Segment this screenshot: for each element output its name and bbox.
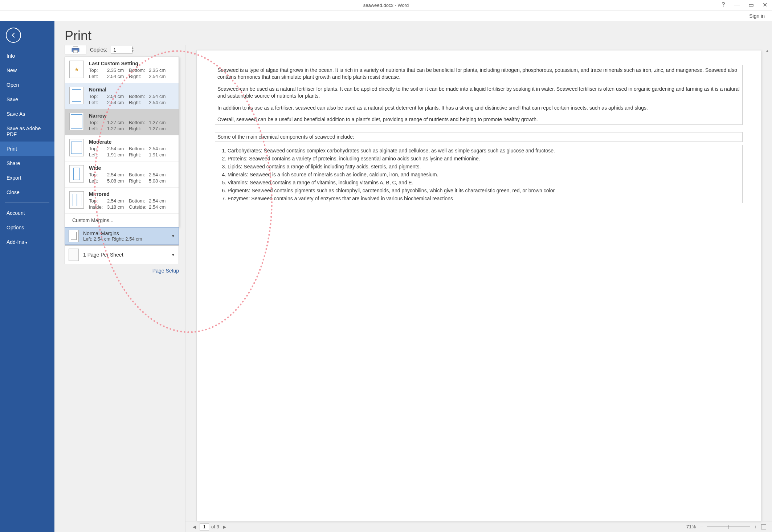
margin-option-narrow[interactable]: NarrowTop:1.27 cmBottom:1.27 cmLeft:1.27… <box>65 109 179 135</box>
sidebar-separator <box>5 202 49 203</box>
fit-to-window-icon[interactable] <box>761 524 766 529</box>
help-icon[interactable]: ? <box>720 1 727 8</box>
preview-paragraph: Overall, seaweed can be a useful and ben… <box>217 116 740 123</box>
sign-in-link[interactable]: Sign in <box>749 13 765 19</box>
sidebar-item-account[interactable]: Account <box>0 206 54 220</box>
margin-option-normal[interactable]: NormalTop:2.54 cmBottom:2.54 cmLeft:2.54… <box>65 83 179 109</box>
preview-paragraph: In addition to its use as a fertiliser, … <box>217 105 740 111</box>
sidebar-item-print[interactable]: Print <box>0 142 54 156</box>
preview-subheading: Some of the main chemical components of … <box>215 132 743 142</box>
list-item: Lipids: Seaweed contains a range of lipi… <box>228 163 740 170</box>
zoom-out-button[interactable]: − <box>699 524 704 530</box>
margin-values-grid: Top:2.54 cmBottom:2.54 cmLeft:5.08 cmRig… <box>89 172 174 184</box>
margin-thumb-icon <box>69 230 79 242</box>
preview-list: Carbohydrates: Seaweed contains complex … <box>215 147 740 202</box>
margins-selector[interactable]: Normal Margins Left: 2.54 cm Right: 2.54… <box>65 227 179 245</box>
copies-input[interactable] <box>111 46 132 54</box>
pages-per-sheet-label: 1 Page Per Sheet <box>83 252 123 258</box>
margin-option-title: Last Custom Setting <box>89 61 174 66</box>
scroll-up-icon[interactable]: ▲ <box>765 49 770 54</box>
page-title: Print <box>65 28 772 44</box>
margin-option-mirrored[interactable]: MirroredTop:2.54 cmBottom:2.54 cmInside:… <box>65 188 179 214</box>
sidebar-item-close[interactable]: Close <box>0 185 54 200</box>
pages-per-sheet-selector[interactable]: 1 Page Per Sheet ▼ <box>65 245 179 264</box>
selected-margin-detail: Left: 2.54 cm Right: 2.54 cm <box>83 236 142 242</box>
sidebar-item-open[interactable]: Open <box>0 78 54 92</box>
signin-row: Sign in <box>0 11 772 21</box>
preview-paragraph: Seaweed is a type of algae that grows in… <box>217 67 740 81</box>
sidebar-item-info[interactable]: Info <box>0 49 54 63</box>
margin-thumb-icon <box>69 87 84 104</box>
list-item: Proteins: Seaweed contains a variety of … <box>228 155 740 162</box>
svg-rect-2 <box>73 50 78 53</box>
list-item: Minerals: Seaweed is a rich source of mi… <box>228 171 740 178</box>
chevron-down-icon: ▼ <box>171 234 175 238</box>
sidebar-item-options[interactable]: Options <box>0 220 54 235</box>
margin-values-grid: Top:2.54 cmBottom:2.54 cmInside:3.18 cmO… <box>89 198 174 210</box>
margin-values-grid: Top:1.27 cmBottom:1.27 cmLeft:1.27 cmRig… <box>89 120 174 131</box>
margin-option-title: Narrow <box>89 113 174 119</box>
zoom-percent: 71% <box>686 524 696 529</box>
sheet-thumb-icon <box>69 249 79 261</box>
margin-thumb-icon <box>69 61 84 78</box>
sidebar-item-saveas[interactable]: Save As <box>0 107 54 121</box>
list-item: Vitamins: Seaweed contains a range of vi… <box>228 179 740 186</box>
copies-label: Copies: <box>90 47 107 53</box>
chevron-down-icon: ▾ <box>25 241 27 245</box>
zoom-slider[interactable] <box>707 526 750 527</box>
margin-option-wide[interactable]: WideTop:2.54 cmBottom:2.54 cmLeft:5.08 c… <box>65 161 179 188</box>
preview-page: Seaweed is a type of algae that grows in… <box>196 50 761 521</box>
sidebar-item-new[interactable]: New <box>0 63 54 78</box>
margin-thumb-icon <box>69 191 84 209</box>
prev-page-button[interactable]: ◀ <box>191 524 197 529</box>
margin-option-title: Wide <box>89 165 174 171</box>
selected-margin-title: Normal Margins <box>83 230 142 236</box>
sidebar-item-addins[interactable]: Add-Ins▾ <box>0 235 54 249</box>
sidebar-item-save[interactable]: Save <box>0 92 54 107</box>
margins-dropdown-panel: Last Custom SettingTop:2.35 cmBottom:2.3… <box>65 57 179 227</box>
back-button[interactable] <box>6 28 21 43</box>
minimize-icon[interactable]: — <box>734 1 741 8</box>
margin-option-moderate[interactable]: ModerateTop:2.54 cmBottom:2.54 cmLeft:1.… <box>65 135 179 161</box>
zoom-in-button[interactable]: + <box>753 524 758 530</box>
preview-status-bar: ◀ of 3 ▶ 71% − + <box>185 521 772 532</box>
sidebar-item-saveas-pdf[interactable]: Save as Adobe PDF <box>0 121 54 142</box>
print-preview-column: ▲ Seaweed is a type of algae that grows … <box>185 45 772 532</box>
margin-option-title: Moderate <box>89 139 174 145</box>
margin-values-grid: Top:2.54 cmBottom:2.54 cmLeft:2.54 cmRig… <box>89 94 174 105</box>
margin-option-title: Normal <box>89 87 174 93</box>
margin-thumb-icon <box>69 139 84 156</box>
list-item: Enzymes: Seaweed contains a variety of e… <box>228 195 740 202</box>
svg-rect-0 <box>73 47 78 49</box>
margin-values-grid: Top:2.54 cmBottom:2.54 cmLeft:1.91 cmRig… <box>89 146 174 157</box>
margin-thumb-icon <box>69 165 84 183</box>
sidebar-item-export[interactable]: Export <box>0 171 54 185</box>
margin-option-title: Mirrored <box>89 191 174 197</box>
close-icon[interactable]: ✕ <box>761 1 768 8</box>
list-item: Carbohydrates: Seaweed contains complex … <box>228 147 740 154</box>
page-total-label: of 3 <box>211 524 219 529</box>
margin-option-last-custom-setting[interactable]: Last Custom SettingTop:2.35 cmBottom:2.3… <box>65 57 179 83</box>
page-number-input[interactable] <box>200 523 209 531</box>
backstage-sidebar: Info New Open Save Save As Save as Adobe… <box>0 21 54 532</box>
sidebar-item-share[interactable]: Share <box>0 156 54 171</box>
maximize-icon[interactable]: ▭ <box>747 1 755 8</box>
next-page-button[interactable]: ▶ <box>221 524 228 529</box>
custom-margins-option[interactable]: Custom Margins... <box>65 214 179 227</box>
page-setup-link[interactable]: Page Setup <box>152 268 179 274</box>
title-bar: seaweed.docx - Word ? — ▭ ✕ <box>0 0 772 11</box>
chevron-down-icon: ▼ <box>171 253 175 257</box>
preview-paragraph: Seaweed can be used as a natural fertili… <box>217 86 740 99</box>
window-title: seaweed.docx - Word <box>363 3 409 8</box>
list-item: Pigments: Seaweed contains pigments such… <box>228 187 740 194</box>
print-button[interactable] <box>65 45 86 54</box>
margin-values-grid: Top:2.35 cmBottom:2.35 cmLeft:2.54 cmRig… <box>89 67 174 79</box>
margin-thumb-icon <box>69 113 84 130</box>
print-settings-column: Copies: ▲▼ Last Custom SettingTop:2.35 c… <box>54 45 185 532</box>
